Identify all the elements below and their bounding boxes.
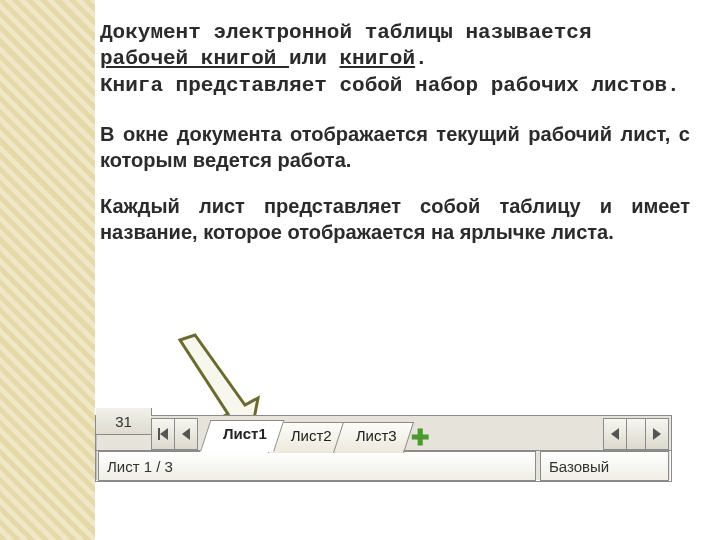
paragraph-3: Каждый лист представляет собой таблицу и…: [100, 193, 690, 245]
status-text: Базовый: [549, 458, 609, 475]
sheet-tab-label: Лист1: [223, 425, 267, 442]
sheet-tab-1[interactable]: Лист1: [200, 420, 284, 452]
text: или: [289, 47, 339, 70]
nav-prev-button[interactable]: [175, 418, 198, 450]
sheet-tab-label: Лист2: [290, 427, 331, 444]
status-style: Базовый: [540, 451, 669, 481]
scroll-track[interactable]: [627, 418, 646, 450]
paragraph-2: В окне документа отображается текущий ра…: [100, 121, 690, 173]
sheet-tab-label: Лист3: [355, 427, 396, 444]
nav-next-button[interactable]: [603, 418, 627, 450]
text: .: [415, 47, 428, 70]
text: Документ электронной таблицы называется: [100, 21, 591, 44]
row-number-label: 31: [115, 413, 132, 430]
paragraph-1: Документ электронной таблицы называется …: [100, 20, 690, 99]
sheet-tabs-area: Лист1 Лист2 Лист3 ✚: [151, 416, 671, 450]
nav-last-button[interactable]: [646, 418, 669, 450]
slide-text-content: Документ электронной таблицы называется …: [100, 20, 690, 245]
row-number-header[interactable]: 31: [96, 408, 152, 435]
spreadsheet-tab-bar: 31 Лист1 Лист2 Лист3 ✚ Лист 1 / 3 Базовы…: [95, 415, 672, 482]
status-bar: Лист 1 / 3 Базовый: [96, 451, 671, 481]
decorative-sidebar-pattern: [0, 0, 95, 540]
tab-row: 31 Лист1 Лист2 Лист3 ✚: [96, 416, 671, 451]
text: Книга представляет собой набор рабочих л…: [100, 74, 680, 97]
status-text: Лист 1 / 3: [107, 458, 173, 475]
underlined-term-1: рабочей книгой: [100, 47, 289, 70]
underlined-term-2: книгой: [339, 47, 415, 70]
status-sheet-count: Лист 1 / 3: [98, 451, 536, 481]
sheet-tab-3[interactable]: Лист3: [333, 422, 414, 453]
plus-icon: ✚: [411, 425, 429, 451]
nav-first-button[interactable]: [151, 418, 175, 450]
